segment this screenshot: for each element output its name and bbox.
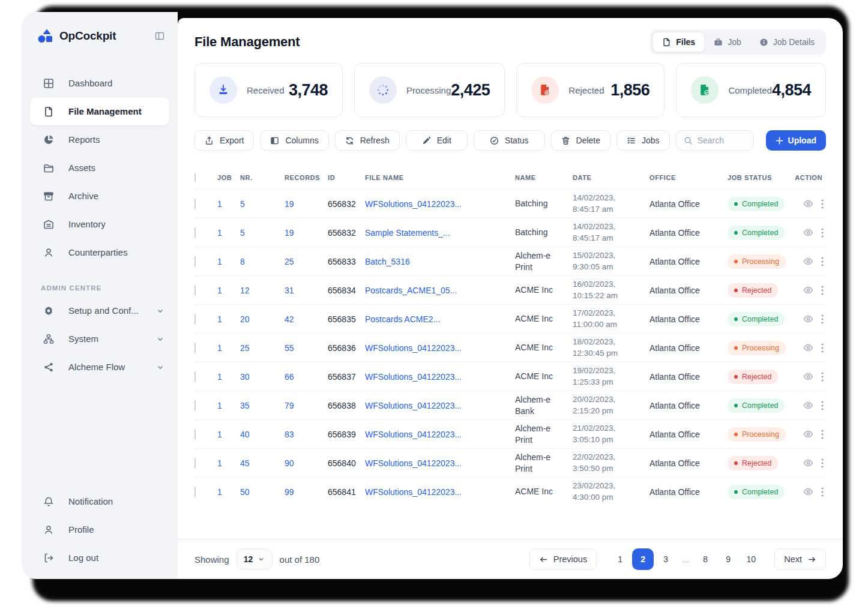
records-link[interactable]: 19 <box>285 228 328 238</box>
job-link[interactable]: 1 <box>217 430 240 439</box>
eye-icon[interactable] <box>803 199 813 209</box>
nr-link[interactable]: 5 <box>240 199 285 209</box>
records-link[interactable]: 31 <box>285 286 328 295</box>
kebab-menu-icon[interactable] <box>821 430 824 439</box>
row-checkbox[interactable] <box>194 343 196 353</box>
nr-link[interactable]: 35 <box>240 401 285 410</box>
job-link[interactable]: 1 <box>217 372 240 382</box>
nr-link[interactable]: 30 <box>240 372 285 382</box>
row-checkbox[interactable] <box>194 227 196 238</box>
records-link[interactable]: 66 <box>285 372 328 382</box>
next-button[interactable]: Next <box>774 548 826 570</box>
upload-button[interactable]: Upload <box>766 130 826 151</box>
sidebar-item-setup[interactable]: Setup and Conf... <box>30 296 169 325</box>
nr-link[interactable]: 12 <box>240 286 285 295</box>
kebab-menu-icon[interactable] <box>821 458 824 468</box>
nr-link[interactable]: 50 <box>240 487 285 497</box>
file-name-link[interactable]: WFSolutions_04122023... <box>365 430 515 439</box>
search-input[interactable] <box>698 136 746 145</box>
eye-icon[interactable] <box>803 458 813 468</box>
sidebar-collapse-icon[interactable] <box>155 31 164 41</box>
job-link[interactable]: 1 <box>217 228 240 238</box>
row-checkbox[interactable] <box>194 371 196 382</box>
select-all-checkbox[interactable] <box>194 173 196 182</box>
eye-icon[interactable] <box>803 285 813 295</box>
row-checkbox[interactable] <box>194 285 196 296</box>
previous-button[interactable]: Previous <box>529 548 597 570</box>
kebab-menu-icon[interactable] <box>821 372 824 382</box>
file-name-link[interactable]: Postcards_ACME1_05... <box>365 286 515 295</box>
file-name-link[interactable]: Batch_5316 <box>365 257 515 266</box>
eye-icon[interactable] <box>803 227 813 238</box>
file-name-link[interactable]: Postcards ACME2... <box>365 314 515 324</box>
tab-job[interactable]: Job <box>705 32 750 52</box>
kebab-menu-icon[interactable] <box>821 199 824 209</box>
job-link[interactable]: 1 <box>217 343 240 353</box>
edit-button[interactable]: Edit <box>406 130 468 151</box>
records-link[interactable]: 79 <box>285 401 328 410</box>
eye-icon[interactable] <box>803 429 813 439</box>
delete-button[interactable]: Delete <box>551 130 610 151</box>
records-link[interactable]: 83 <box>285 430 328 439</box>
kebab-menu-icon[interactable] <box>821 401 824 410</box>
row-checkbox[interactable] <box>194 314 196 325</box>
job-link[interactable]: 1 <box>217 458 240 468</box>
eye-icon[interactable] <box>803 314 813 324</box>
eye-icon[interactable] <box>803 343 813 353</box>
row-checkbox[interactable] <box>194 199 196 209</box>
status-button[interactable]: Status <box>474 130 545 151</box>
nr-link[interactable]: 25 <box>240 343 285 353</box>
kebab-menu-icon[interactable] <box>821 314 824 324</box>
sidebar-item-profile[interactable]: Profile <box>30 515 169 544</box>
kebab-menu-icon[interactable] <box>821 257 824 266</box>
records-link[interactable]: 90 <box>285 458 328 468</box>
sidebar-item-archive[interactable]: Archive <box>30 182 169 210</box>
file-name-link[interactable]: WFSolutions_04122023... <box>365 458 515 468</box>
file-name-link[interactable]: WFSolutions_04122023... <box>365 401 515 410</box>
records-link[interactable]: 99 <box>285 487 328 497</box>
page-number[interactable]: 9 <box>717 548 739 570</box>
sidebar-item-notification[interactable]: Notification <box>30 487 169 515</box>
sidebar-item-system[interactable]: System <box>30 325 169 353</box>
eye-icon[interactable] <box>803 256 813 266</box>
refresh-button[interactable]: Refresh <box>335 130 400 151</box>
sidebar-item-inventory[interactable]: Inventory <box>30 210 169 238</box>
kebab-menu-icon[interactable] <box>821 286 824 295</box>
eye-icon[interactable] <box>803 371 813 382</box>
sidebar-item-assets[interactable]: Assets <box>30 154 169 182</box>
columns-button[interactable]: Columns <box>260 130 328 151</box>
file-name-link[interactable]: WFSolutions_04122023... <box>365 487 515 497</box>
job-link[interactable]: 1 <box>217 314 240 324</box>
records-link[interactable]: 55 <box>285 343 328 353</box>
sidebar-item-dashboard[interactable]: Dashboard <box>30 69 169 97</box>
file-name-link[interactable]: WFSolutions_04122023... <box>365 372 515 382</box>
row-checkbox[interactable] <box>194 256 196 267</box>
sidebar-item-counterparties[interactable]: Counterparties <box>30 238 169 266</box>
jobs-button[interactable]: Jobs <box>616 130 670 151</box>
kebab-menu-icon[interactable] <box>821 487 824 497</box>
file-name-link[interactable]: Sample Statements_... <box>365 228 515 238</box>
row-checkbox[interactable] <box>194 429 196 440</box>
page-size-select[interactable]: 12 <box>237 549 273 569</box>
page-number[interactable]: 3 <box>655 548 677 570</box>
sidebar-item-alcheme-flow[interactable]: Alcheme Flow <box>30 353 169 381</box>
job-link[interactable]: 1 <box>217 199 240 209</box>
job-link[interactable]: 1 <box>217 487 240 497</box>
page-number[interactable]: 1 <box>609 548 631 570</box>
job-link[interactable]: 1 <box>217 257 240 266</box>
nr-link[interactable]: 45 <box>240 458 285 468</box>
records-link[interactable]: 25 <box>285 257 328 266</box>
kebab-menu-icon[interactable] <box>821 343 824 353</box>
kebab-menu-icon[interactable] <box>821 228 824 238</box>
nr-link[interactable]: 20 <box>240 314 285 324</box>
nr-link[interactable]: 8 <box>240 257 285 266</box>
row-checkbox[interactable] <box>194 400 196 411</box>
file-name-link[interactable]: WFSolutions_04122023... <box>365 343 515 353</box>
page-number[interactable]: 2 <box>632 548 654 570</box>
row-checkbox[interactable] <box>194 458 196 469</box>
tab-job-details[interactable]: Job Details <box>750 32 824 52</box>
export-button[interactable]: Export <box>194 130 254 151</box>
nr-link[interactable]: 5 <box>240 228 285 238</box>
sidebar-item-logout[interactable]: Log out <box>30 544 169 572</box>
page-number[interactable]: 10 <box>740 548 762 570</box>
